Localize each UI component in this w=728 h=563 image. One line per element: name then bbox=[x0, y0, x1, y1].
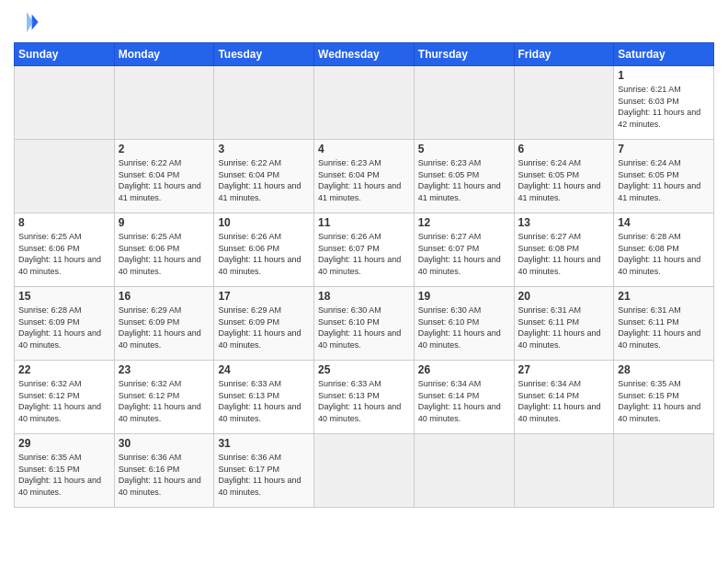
day-number: 11 bbox=[318, 216, 410, 229]
day-info: Sunrise: 6:24 AMSunset: 6:05 PMDaylight:… bbox=[618, 157, 710, 203]
calendar-cell: 23Sunrise: 6:32 AMSunset: 6:12 PMDayligh… bbox=[114, 361, 214, 434]
calendar-table: SundayMondayTuesdayWednesdayThursdayFrid… bbox=[14, 42, 714, 508]
calendar-cell-empty bbox=[514, 66, 614, 140]
day-number: 5 bbox=[418, 143, 510, 155]
calendar-day-header: Tuesday bbox=[214, 43, 314, 66]
calendar-week: 15Sunrise: 6:28 AMSunset: 6:09 PMDayligh… bbox=[15, 287, 714, 361]
calendar-cell: 8Sunrise: 6:25 AMSunset: 6:06 PMDaylight… bbox=[15, 213, 115, 287]
day-number: 23 bbox=[119, 363, 210, 376]
calendar-cell: 7Sunrise: 6:24 AMSunset: 6:05 PMDaylight… bbox=[614, 140, 714, 213]
day-number: 30 bbox=[119, 437, 210, 450]
calendar-cell-empty bbox=[314, 434, 415, 508]
day-number: 28 bbox=[618, 363, 710, 376]
day-number: 17 bbox=[218, 290, 310, 303]
calendar-cell: 24Sunrise: 6:33 AMSunset: 6:13 PMDayligh… bbox=[214, 361, 314, 434]
calendar-cell-empty bbox=[614, 434, 714, 508]
day-number: 8 bbox=[18, 216, 110, 229]
day-number: 4 bbox=[318, 143, 410, 155]
day-number: 22 bbox=[18, 363, 110, 376]
day-info: Sunrise: 6:30 AMSunset: 6:10 PMDaylight:… bbox=[418, 304, 510, 350]
day-number: 19 bbox=[418, 290, 510, 303]
day-info: Sunrise: 6:29 AMSunset: 6:09 PMDaylight:… bbox=[119, 304, 210, 350]
calendar-cell-empty bbox=[314, 66, 415, 140]
calendar-cell: 12Sunrise: 6:27 AMSunset: 6:07 PMDayligh… bbox=[414, 213, 514, 287]
day-number: 27 bbox=[518, 363, 610, 376]
calendar-cell: 20Sunrise: 6:31 AMSunset: 6:11 PMDayligh… bbox=[514, 287, 614, 361]
day-info: Sunrise: 6:25 AMSunset: 6:06 PMDaylight:… bbox=[119, 231, 210, 277]
calendar-cell: 19Sunrise: 6:30 AMSunset: 6:10 PMDayligh… bbox=[414, 287, 514, 361]
day-info: Sunrise: 6:30 AMSunset: 6:10 PMDaylight:… bbox=[318, 304, 410, 350]
calendar-cell: 3Sunrise: 6:22 AMSunset: 6:04 PMDaylight… bbox=[214, 140, 314, 213]
day-info: Sunrise: 6:22 AMSunset: 6:04 PMDaylight:… bbox=[119, 157, 210, 203]
calendar-day-header: Monday bbox=[114, 43, 214, 66]
day-number: 2 bbox=[119, 143, 210, 155]
day-info: Sunrise: 6:22 AMSunset: 6:04 PMDaylight:… bbox=[218, 157, 310, 203]
day-number: 20 bbox=[518, 290, 610, 303]
calendar-week: 29Sunrise: 6:35 AMSunset: 6:15 PMDayligh… bbox=[15, 434, 714, 508]
day-info: Sunrise: 6:35 AMSunset: 6:15 PMDaylight:… bbox=[18, 452, 110, 498]
day-info: Sunrise: 6:36 AMSunset: 6:17 PMDaylight:… bbox=[218, 452, 310, 498]
calendar-cell-empty bbox=[214, 66, 314, 140]
day-info: Sunrise: 6:32 AMSunset: 6:12 PMDaylight:… bbox=[119, 378, 210, 424]
calendar-day-header: Saturday bbox=[614, 43, 714, 66]
calendar-cell: 29Sunrise: 6:35 AMSunset: 6:15 PMDayligh… bbox=[15, 434, 115, 508]
day-number: 3 bbox=[218, 143, 310, 155]
calendar-cell: 30Sunrise: 6:36 AMSunset: 6:16 PMDayligh… bbox=[114, 434, 214, 508]
calendar-cell: 1Sunrise: 6:21 AMSunset: 6:03 PMDaylight… bbox=[614, 66, 714, 140]
calendar-cell: 15Sunrise: 6:28 AMSunset: 6:09 PMDayligh… bbox=[15, 287, 115, 361]
calendar-cell-empty bbox=[15, 66, 115, 140]
calendar-cell: 4Sunrise: 6:23 AMSunset: 6:04 PMDaylight… bbox=[314, 140, 415, 213]
calendar-cell-empty bbox=[514, 434, 614, 508]
day-info: Sunrise: 6:26 AMSunset: 6:06 PMDaylight:… bbox=[218, 231, 310, 277]
calendar-cell: 27Sunrise: 6:34 AMSunset: 6:14 PMDayligh… bbox=[514, 361, 614, 434]
calendar-cell: 6Sunrise: 6:24 AMSunset: 6:05 PMDaylight… bbox=[514, 140, 614, 213]
day-info: Sunrise: 6:31 AMSunset: 6:11 PMDaylight:… bbox=[518, 304, 610, 350]
calendar-cell-empty bbox=[414, 434, 514, 508]
page: SundayMondayTuesdayWednesdayThursdayFrid… bbox=[0, 0, 728, 563]
day-number: 29 bbox=[18, 437, 110, 450]
calendar-cell: 11Sunrise: 6:26 AMSunset: 6:07 PMDayligh… bbox=[314, 213, 415, 287]
calendar-cell: 13Sunrise: 6:27 AMSunset: 6:08 PMDayligh… bbox=[514, 213, 614, 287]
calendar-cell: 10Sunrise: 6:26 AMSunset: 6:06 PMDayligh… bbox=[214, 213, 314, 287]
day-number: 14 bbox=[618, 216, 710, 229]
day-info: Sunrise: 6:28 AMSunset: 6:09 PMDaylight:… bbox=[18, 304, 110, 350]
calendar-cell-empty bbox=[114, 66, 214, 140]
calendar-week: 2Sunrise: 6:22 AMSunset: 6:04 PMDaylight… bbox=[15, 140, 714, 213]
calendar-cell-empty bbox=[414, 66, 514, 140]
day-info: Sunrise: 6:23 AMSunset: 6:05 PMDaylight:… bbox=[418, 157, 510, 203]
day-number: 7 bbox=[618, 143, 710, 155]
day-info: Sunrise: 6:28 AMSunset: 6:08 PMDaylight:… bbox=[618, 231, 710, 277]
calendar-cell: 21Sunrise: 6:31 AMSunset: 6:11 PMDayligh… bbox=[614, 287, 714, 361]
calendar-cell-empty bbox=[15, 140, 115, 213]
calendar-cell: 22Sunrise: 6:32 AMSunset: 6:12 PMDayligh… bbox=[15, 361, 115, 434]
calendar-cell: 26Sunrise: 6:34 AMSunset: 6:14 PMDayligh… bbox=[414, 361, 514, 434]
day-info: Sunrise: 6:29 AMSunset: 6:09 PMDaylight:… bbox=[218, 304, 310, 350]
calendar-cell: 16Sunrise: 6:29 AMSunset: 6:09 PMDayligh… bbox=[114, 287, 214, 361]
day-number: 25 bbox=[318, 363, 410, 376]
day-info: Sunrise: 6:23 AMSunset: 6:04 PMDaylight:… bbox=[318, 157, 410, 203]
calendar-header-row: SundayMondayTuesdayWednesdayThursdayFrid… bbox=[15, 43, 714, 66]
calendar-cell: 14Sunrise: 6:28 AMSunset: 6:08 PMDayligh… bbox=[614, 213, 714, 287]
day-info: Sunrise: 6:33 AMSunset: 6:13 PMDaylight:… bbox=[318, 378, 410, 424]
day-info: Sunrise: 6:36 AMSunset: 6:16 PMDaylight:… bbox=[119, 452, 210, 498]
header bbox=[14, 9, 714, 35]
day-number: 9 bbox=[119, 216, 210, 229]
day-info: Sunrise: 6:26 AMSunset: 6:07 PMDaylight:… bbox=[318, 231, 410, 277]
day-info: Sunrise: 6:25 AMSunset: 6:06 PMDaylight:… bbox=[18, 231, 110, 277]
calendar-cell: 28Sunrise: 6:35 AMSunset: 6:15 PMDayligh… bbox=[614, 361, 714, 434]
calendar-cell: 25Sunrise: 6:33 AMSunset: 6:13 PMDayligh… bbox=[314, 361, 415, 434]
day-info: Sunrise: 6:31 AMSunset: 6:11 PMDaylight:… bbox=[618, 304, 710, 350]
day-info: Sunrise: 6:33 AMSunset: 6:13 PMDaylight:… bbox=[218, 378, 310, 424]
day-number: 12 bbox=[418, 216, 510, 229]
calendar-week: 8Sunrise: 6:25 AMSunset: 6:06 PMDaylight… bbox=[15, 213, 714, 287]
calendar-cell: 17Sunrise: 6:29 AMSunset: 6:09 PMDayligh… bbox=[214, 287, 314, 361]
day-info: Sunrise: 6:34 AMSunset: 6:14 PMDaylight:… bbox=[418, 378, 510, 424]
calendar-day-header: Friday bbox=[514, 43, 614, 66]
day-number: 21 bbox=[618, 290, 710, 303]
day-info: Sunrise: 6:34 AMSunset: 6:14 PMDaylight:… bbox=[518, 378, 610, 424]
calendar-cell: 5Sunrise: 6:23 AMSunset: 6:05 PMDaylight… bbox=[414, 140, 514, 213]
calendar-day-header: Thursday bbox=[414, 43, 514, 66]
calendar-cell: 2Sunrise: 6:22 AMSunset: 6:04 PMDaylight… bbox=[114, 140, 214, 213]
day-info: Sunrise: 6:27 AMSunset: 6:07 PMDaylight:… bbox=[418, 231, 510, 277]
day-info: Sunrise: 6:21 AMSunset: 6:03 PMDaylight:… bbox=[618, 84, 710, 130]
